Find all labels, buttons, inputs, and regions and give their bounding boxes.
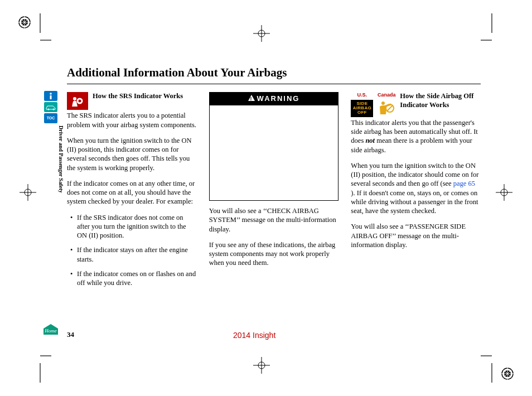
col3-p1: This indicator alerts you that the passe… (351, 118, 481, 154)
col1-bullet-1: If the SRS indicator does not come on af… (70, 213, 197, 240)
home-icon: Home (43, 324, 58, 335)
info-icon (49, 93, 53, 99)
col1-header: How the SRS Indicator Works (93, 92, 183, 101)
model-year: 2014 Insight (233, 330, 275, 340)
crop-mark-br (481, 349, 503, 383)
svg-text:!: ! (250, 96, 253, 101)
side-airbag-off-us-icon: SIDE AIRBAG OFF (351, 100, 373, 117)
nav-info-button[interactable] (44, 91, 57, 101)
cross-mark-left (20, 184, 36, 201)
cross-mark-top (253, 25, 270, 42)
crop-mark-tr (481, 13, 503, 47)
column-1: How the SRS Indicator Works The SRS indi… (67, 92, 197, 293)
svg-line-45 (387, 105, 393, 111)
nav-toc-button[interactable]: TOC (44, 113, 57, 123)
car-icon (45, 104, 56, 110)
section-label: Driver and Passenger Safety (57, 125, 65, 193)
warning-label: WARNING (257, 94, 300, 104)
col3-header: How the Side Airbag Off Indicator Works (400, 92, 481, 109)
svg-point-43 (381, 102, 385, 105)
col1-bullet-3: If the indicator comes on or flashes on … (70, 269, 197, 288)
col2-p2: If you see any of these indications, the… (209, 240, 339, 268)
nav-home-button[interactable]: Home (43, 324, 58, 335)
col3-p2: When you turn the ignition switch to the… (351, 161, 481, 216)
svg-point-38 (73, 97, 76, 100)
page-65-link[interactable]: page 65 (453, 180, 475, 187)
svg-rect-33 (50, 95, 52, 99)
us-label: U.S. (357, 92, 367, 99)
crop-mark-tl (29, 13, 51, 47)
svg-point-32 (50, 93, 52, 95)
page-content: Additional Information About Your Airbag… (67, 65, 481, 293)
warning-triangle-icon: ! (248, 94, 255, 104)
col1-p2: When you turn the ignition switch to the… (67, 136, 197, 172)
srs-indicator-icon (67, 92, 88, 110)
warning-box: ! WARNING (209, 92, 339, 201)
col1-p3: If the indicator comes on at any other t… (67, 179, 197, 206)
page-title: Additional Information About Your Airbag… (67, 65, 481, 84)
col2-p1: You will also see a ‘‘CHECK AIRBAG SYSTE… (209, 206, 339, 234)
svg-text:Home: Home (44, 328, 57, 334)
cross-mark-right (496, 184, 512, 201)
canada-label: Canada (378, 92, 396, 99)
col1-p1: The SRS indicator alerts you to a potent… (67, 111, 197, 129)
column-3: U.S. SIDE AIRBAG OFF Canada (351, 92, 481, 293)
side-airbag-off-canada-icon (376, 100, 396, 117)
col3-p3: You will also see a ‘‘PASSENGER SIDE AIR… (351, 222, 481, 249)
svg-point-34 (48, 109, 50, 110)
nav-vehicle-button[interactable] (44, 102, 57, 112)
col1-bullet-2: If the indicator stays on after the engi… (70, 245, 197, 264)
column-2: ! WARNING You will also see a ‘‘CHECK AI… (209, 92, 339, 293)
cross-mark-bottom (253, 357, 270, 374)
svg-point-40 (79, 100, 81, 103)
crop-mark-bl (29, 349, 51, 383)
page-number: 34 (67, 330, 74, 340)
svg-point-35 (53, 109, 55, 110)
